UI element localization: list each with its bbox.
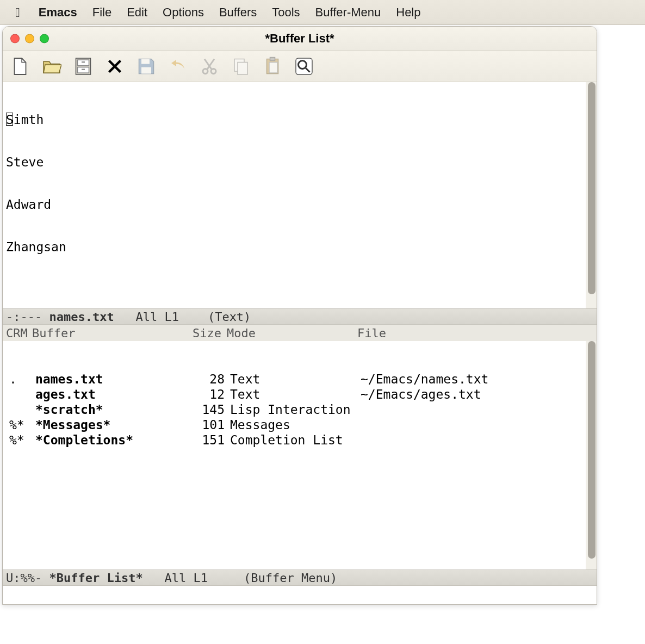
file-cabinet-icon[interactable] <box>71 54 95 78</box>
mac-menubar[interactable]:  Emacs File Edit Options Buffers Tools … <box>0 0 645 25</box>
header-mode[interactable]: Mode <box>227 326 357 340</box>
modeline-buffer-name: names.txt <box>49 310 114 324</box>
buffer-row[interactable]: ages.txt12Text~/Emacs/ages.txt <box>6 387 593 402</box>
svg-rect-4 <box>82 69 85 70</box>
menu-app[interactable]: Emacs <box>39 5 77 20</box>
modeline-buffer-name: *Buffer List* <box>49 571 142 585</box>
header-file[interactable]: File <box>357 326 597 340</box>
editor-line: Adward <box>6 197 593 212</box>
buffer-crm: %* <box>9 418 35 432</box>
new-file-icon[interactable] <box>8 54 32 78</box>
buffer-size: 28 <box>193 372 230 386</box>
buffer-list-header[interactable]: CRM Buffer Size Mode File <box>3 325 597 341</box>
buffer-file: ~/Emacs/names.txt <box>361 372 593 386</box>
scrollbar-top[interactable] <box>586 82 597 308</box>
buffer-file: ~/Emacs/ages.txt <box>361 387 593 401</box>
scrollbar-thumb[interactable] <box>588 82 596 294</box>
paste-icon[interactable] <box>261 54 284 78</box>
menu-options[interactable]: Options <box>163 5 204 20</box>
minibuffer[interactable] <box>3 589 597 604</box>
buffer-row[interactable]: *scratch*145Lisp Interaction <box>6 402 593 417</box>
buffer-size: 12 <box>193 387 230 401</box>
menu-buffer-menu[interactable]: Buffer-Menu <box>315 5 381 20</box>
titlebar[interactable]: *Buffer List* <box>3 27 597 51</box>
buffer-crm: %* <box>9 433 35 447</box>
modeline-flags: -:--- <box>6 310 49 324</box>
svg-rect-10 <box>238 62 247 75</box>
svg-rect-3 <box>82 61 85 63</box>
copy-icon[interactable] <box>229 54 253 78</box>
toolbar <box>3 51 597 82</box>
window-title: *Buffer List* <box>265 32 334 46</box>
buffer-mode: Text <box>230 387 361 401</box>
buffer-mode: Lisp Interaction <box>230 403 361 417</box>
buffer-crm <box>9 387 35 401</box>
buffer-mode: Text <box>230 372 361 386</box>
editor-line: Simth <box>6 113 593 127</box>
header-crm[interactable]: CRM <box>6 326 32 340</box>
editor-line: Zhangsan <box>6 240 593 254</box>
modeline-flags: U:%%- <box>6 571 49 585</box>
modeline-position: All L1 <box>114 310 208 324</box>
buffer-size: 151 <box>193 433 230 447</box>
buffer-name: *Completions* <box>35 433 193 447</box>
traffic-lights <box>10 34 49 43</box>
buffer-crm <box>9 403 35 417</box>
buffer-row[interactable]: %* *Messages*101Messages <box>6 417 593 432</box>
undo-icon[interactable] <box>166 54 190 78</box>
window-zoom-button[interactable] <box>40 34 49 43</box>
apple-logo-icon[interactable]:  <box>15 5 20 20</box>
menu-edit[interactable]: Edit <box>127 5 147 20</box>
modeline-position: All L1 <box>143 571 244 585</box>
open-folder-icon[interactable] <box>40 54 64 78</box>
menu-tools[interactable]: Tools <box>272 5 300 20</box>
save-floppy-icon[interactable] <box>134 54 158 78</box>
svg-rect-6 <box>141 67 151 73</box>
window-minimize-button[interactable] <box>25 34 34 43</box>
svg-rect-13 <box>270 57 275 60</box>
svg-rect-5 <box>141 59 150 64</box>
buffer-list-pane[interactable]: . names.txt28Text~/Emacs/names.txt ages.… <box>3 341 597 569</box>
buffer-crm: . <box>9 372 35 386</box>
buffer-size: 101 <box>193 418 230 432</box>
buffer-name: ages.txt <box>35 387 193 401</box>
scrollbar-bottom[interactable] <box>586 341 597 569</box>
menu-buffers[interactable]: Buffers <box>219 5 257 20</box>
modeline-top[interactable]: -:--- names.txt All L1 (Text) <box>3 308 597 325</box>
svg-rect-12 <box>269 62 277 73</box>
header-buffer[interactable]: Buffer <box>32 326 190 340</box>
buffer-name: names.txt <box>35 372 193 386</box>
buffer-name: *Messages* <box>35 418 193 432</box>
menu-file[interactable]: File <box>92 5 111 20</box>
buffer-mode: Completion List <box>230 433 361 447</box>
editor-pane-names[interactable]: Simth Steve Adward Zhangsan <box>3 82 597 308</box>
buffer-name: *scratch* <box>35 403 193 417</box>
close-x-icon[interactable] <box>103 54 127 78</box>
buffer-size: 145 <box>193 403 230 417</box>
editor-line: Steve <box>6 155 593 169</box>
search-icon[interactable] <box>292 54 316 78</box>
menu-help[interactable]: Help <box>396 5 420 20</box>
emacs-window: *Buffer List* <box>2 26 597 605</box>
buffer-row[interactable]: %* *Completions*151Completion List <box>6 432 593 448</box>
modeline-bottom[interactable]: U:%%- *Buffer List* All L1 (Buffer Menu) <box>3 569 597 586</box>
window-close-button[interactable] <box>10 34 20 43</box>
cut-scissors-icon[interactable] <box>197 54 221 78</box>
buffer-mode: Messages <box>230 418 361 432</box>
scrollbar-thumb[interactable] <box>588 341 596 559</box>
buffer-row[interactable]: . names.txt28Text~/Emacs/names.txt <box>6 371 593 387</box>
modeline-mode: (Buffer Menu) <box>244 571 337 585</box>
header-size[interactable]: Size <box>190 326 227 340</box>
modeline-mode: (Text) <box>208 310 251 324</box>
